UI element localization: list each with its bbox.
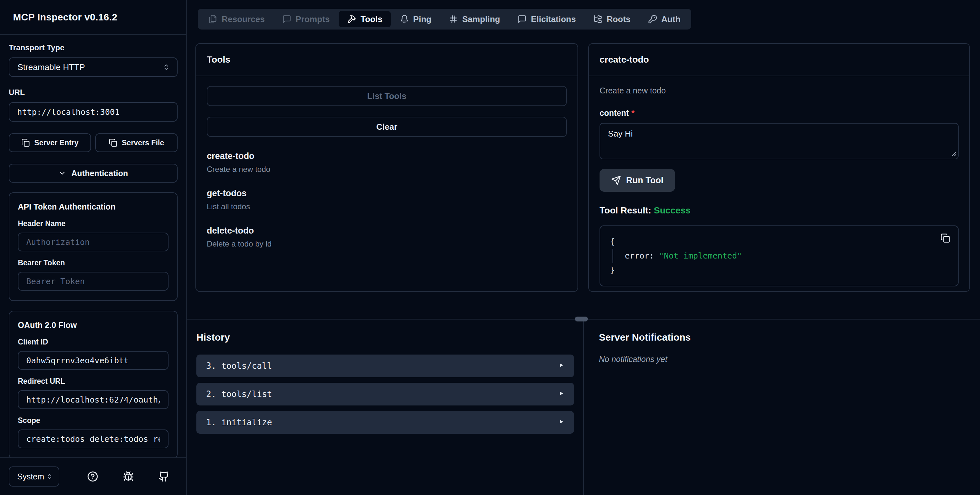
client-id-label: Client ID xyxy=(18,338,169,346)
oauth-flow-title: OAuth 2.0 Flow xyxy=(18,321,169,330)
run-tool-label: Run Tool xyxy=(626,176,663,185)
resize-handle[interactable] xyxy=(575,316,588,321)
tools-panel-title: Tools xyxy=(207,54,231,65)
tool-detail-panel: create-todo Create a new todo content* S… xyxy=(588,43,970,292)
header-name-input[interactable] xyxy=(18,233,169,251)
tab-label: Auth xyxy=(662,14,681,24)
theme-select[interactable]: System xyxy=(9,466,59,487)
tab-label: Resources xyxy=(222,14,265,24)
tab-label: Elicitations xyxy=(531,14,576,24)
json-key: error: xyxy=(625,251,654,260)
header-name-label: Header Name xyxy=(18,219,169,228)
history-item[interactable]: 1. initialize xyxy=(196,411,574,434)
tool-detail-title: create-todo xyxy=(600,54,649,65)
list-tools-button[interactable]: List Tools xyxy=(207,86,567,106)
transport-type-value: Streamable HTTP xyxy=(18,62,85,72)
content-textarea[interactable]: Say Hi xyxy=(600,123,959,159)
oauth-flow-section: OAuth 2.0 Flow Client ID Redirect URL Sc… xyxy=(9,311,178,457)
bearer-token-label: Bearer Token xyxy=(18,259,169,267)
chevron-down-icon xyxy=(58,169,66,177)
tool-name: create-todo xyxy=(207,151,567,161)
chevrons-up-down-icon xyxy=(163,64,170,71)
tool-list-item[interactable]: delete-todo Delete a todo by id xyxy=(207,226,567,249)
tab-auth[interactable]: Auth xyxy=(640,11,689,27)
top-panels: Tools List Tools Clear create-todo Creat… xyxy=(187,43,980,292)
sidebar: MCP Inspector v0.16.2 Transport Type Str… xyxy=(0,0,187,495)
tab-resources[interactable]: Resources xyxy=(200,11,273,27)
copy-icon xyxy=(109,139,117,147)
history-item[interactable]: 3. tools/call xyxy=(196,354,574,377)
history-item[interactable]: 2. tools/list xyxy=(196,383,574,406)
json-body: error: "Not implemented" xyxy=(612,249,948,263)
key-icon xyxy=(648,14,657,24)
history-item-label: 1. initialize xyxy=(206,417,272,427)
tool-list-item[interactable]: get-todos List all todos xyxy=(207,188,567,211)
files-icon xyxy=(208,14,218,24)
expand-icon xyxy=(558,391,564,398)
copy-result-button[interactable] xyxy=(940,233,950,243)
redirect-url-label: Redirect URL xyxy=(18,377,169,386)
server-notifications-pane: Server Notifications No notifications ye… xyxy=(583,319,980,495)
json-value: "Not implemented" xyxy=(659,251,742,260)
tab-label: Ping xyxy=(413,14,431,24)
tool-list: create-todo Create a new todo get-todos … xyxy=(207,151,567,249)
nav-row: Resources Prompts Tools Ping Sampling xyxy=(187,0,980,43)
tab-ping[interactable]: Ping xyxy=(391,11,440,27)
app-root: MCP Inspector v0.16.2 Transport Type Str… xyxy=(0,0,980,495)
servers-file-label: Servers File xyxy=(122,139,164,147)
main-area: Resources Prompts Tools Ping Sampling xyxy=(187,0,980,495)
tool-result-status: Success xyxy=(654,205,690,216)
horizontal-divider xyxy=(187,319,980,319)
tab-label: Sampling xyxy=(462,14,500,24)
clear-button[interactable]: Clear xyxy=(207,117,567,137)
server-notifications-title: Server Notifications xyxy=(599,332,980,343)
tool-name: get-todos xyxy=(207,188,567,198)
help-icon[interactable] xyxy=(87,471,98,482)
authentication-toggle[interactable]: Authentication xyxy=(9,164,178,183)
tab-elicitations[interactable]: Elicitations xyxy=(509,11,584,27)
tab-label: Roots xyxy=(607,14,631,24)
url-label: URL xyxy=(9,88,178,97)
history-pane: History 3. tools/call 2. tools/list 1. i… xyxy=(187,319,583,495)
client-id-input[interactable] xyxy=(18,351,169,370)
hash-icon xyxy=(449,14,458,24)
expand-icon xyxy=(558,362,564,369)
chevrons-up-down-icon xyxy=(46,473,53,480)
api-token-auth-section: API Token Authentication Header Name Bea… xyxy=(9,192,178,301)
app-title: MCP Inspector v0.16.2 xyxy=(13,12,117,23)
tab-roots[interactable]: Roots xyxy=(585,11,639,27)
authentication-toggle-label: Authentication xyxy=(71,169,128,178)
content-field-label: content* xyxy=(600,109,959,118)
bearer-token-input[interactable] xyxy=(18,272,169,291)
redirect-url-input[interactable] xyxy=(18,390,169,409)
tool-description: Delete a todo by id xyxy=(207,240,567,249)
required-marker: * xyxy=(631,109,635,117)
json-close-brace: } xyxy=(610,263,948,277)
tool-list-item[interactable]: create-todo Create a new todo xyxy=(207,151,567,174)
tab-sampling[interactable]: Sampling xyxy=(441,11,509,27)
server-entry-button[interactable]: Server Entry xyxy=(9,133,91,152)
tab-bar: Resources Prompts Tools Ping Sampling xyxy=(198,9,691,30)
send-icon xyxy=(611,176,621,185)
scope-input[interactable] xyxy=(18,430,169,448)
transport-type-select[interactable]: Streamable HTTP xyxy=(9,57,178,77)
servers-file-button[interactable]: Servers File xyxy=(95,133,178,152)
json-open-brace: { xyxy=(610,235,948,249)
url-input[interactable] xyxy=(9,102,178,121)
tool-description: List all todos xyxy=(207,202,567,211)
tab-tools[interactable]: Tools xyxy=(339,11,390,27)
history-title: History xyxy=(196,332,574,343)
history-item-label: 2. tools/list xyxy=(206,389,272,399)
tab-prompts[interactable]: Prompts xyxy=(274,11,338,27)
copy-icon xyxy=(21,139,30,147)
no-notifications-text: No notifications yet xyxy=(599,354,980,364)
tool-detail-description: Create a new todo xyxy=(600,86,959,95)
run-tool-button[interactable]: Run Tool xyxy=(600,169,675,192)
history-item-label: 3. tools/call xyxy=(206,361,272,371)
hammer-icon xyxy=(347,14,356,24)
bug-icon[interactable] xyxy=(123,471,134,482)
tools-panel: Tools List Tools Clear create-todo Creat… xyxy=(196,43,578,292)
github-icon[interactable] xyxy=(159,471,170,482)
tool-name: delete-todo xyxy=(207,226,567,236)
tool-description: Create a new todo xyxy=(207,165,567,174)
